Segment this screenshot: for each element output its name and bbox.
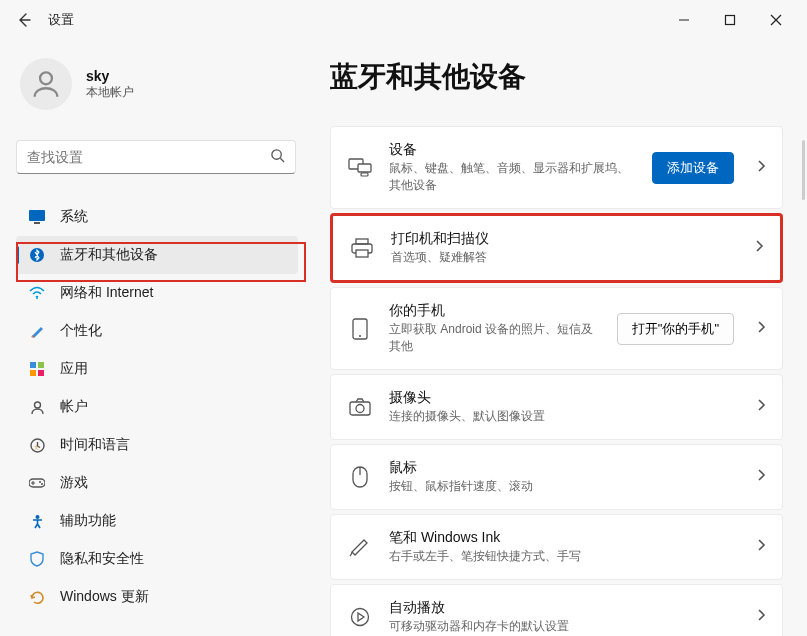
nav-label: 帐户 (60, 398, 88, 416)
chevron-right-icon (756, 398, 766, 416)
card-sub: 首选项、疑难解答 (391, 249, 732, 266)
mouse-icon (347, 464, 373, 490)
sidebar-item-bluetooth[interactable]: 蓝牙和其他设备 (16, 236, 298, 274)
card-sub: 连接的摄像头、默认图像设置 (389, 408, 734, 425)
profile-name: sky (86, 68, 134, 84)
maximize-button[interactable] (707, 4, 753, 36)
nav-label: 网络和 Internet (60, 284, 153, 302)
svg-rect-21 (358, 164, 371, 172)
autoplay-icon (347, 604, 373, 630)
brush-icon (28, 322, 46, 340)
svg-rect-25 (356, 250, 368, 257)
svg-rect-9 (30, 362, 36, 368)
sidebar-item-time[interactable]: 文 时间和语言 (16, 426, 298, 464)
title-bar: 设置 (0, 0, 807, 40)
sidebar-item-accounts[interactable]: 帐户 (16, 388, 298, 426)
scrollbar-thumb[interactable] (802, 140, 805, 200)
nav-label: 时间和语言 (60, 436, 130, 454)
page-title: 蓝牙和其他设备 (330, 58, 783, 96)
card-autoplay[interactable]: 自动播放 可移动驱动器和内存卡的默认设置 (330, 584, 783, 636)
card-title: 自动播放 (389, 599, 734, 617)
add-device-button[interactable]: 添加设备 (652, 152, 734, 184)
nav-label: 系统 (60, 208, 88, 226)
nav-label: 辅助功能 (60, 512, 116, 530)
svg-rect-1 (726, 16, 735, 25)
maximize-icon (724, 14, 736, 26)
svg-rect-23 (356, 239, 368, 244)
sidebar-item-network[interactable]: 网络和 Internet (16, 274, 298, 312)
svg-rect-11 (30, 370, 36, 376)
card-camera[interactable]: 摄像头 连接的摄像头、默认图像设置 (330, 374, 783, 440)
close-icon (770, 14, 782, 26)
card-sub: 可移动驱动器和内存卡的默认设置 (389, 618, 734, 635)
sidebar: sky 本地帐户 系统 蓝牙和其他设备 网络和 Internet (0, 40, 310, 636)
card-sub: 立即获取 Android 设备的照片、短信及其他 (389, 321, 601, 355)
card-title: 笔和 Windows Ink (389, 529, 734, 547)
svg-point-2 (40, 72, 52, 84)
back-arrow-icon (16, 12, 32, 28)
chevron-right-icon (756, 320, 766, 338)
avatar (20, 58, 72, 110)
svg-rect-6 (34, 222, 40, 224)
apps-icon (28, 360, 46, 378)
phone-icon (347, 316, 373, 342)
card-pen[interactable]: 笔和 Windows Ink 右手或左手、笔按钮快捷方式、手写 (330, 514, 783, 580)
svg-point-13 (34, 402, 40, 408)
clock-icon: 文 (28, 436, 46, 454)
chevron-right-icon (756, 159, 766, 177)
nav-list: 系统 蓝牙和其他设备 网络和 Internet 个性化 应用 帐户 (16, 198, 310, 616)
card-phone[interactable]: 你的手机 立即获取 Android 设备的照片、短信及其他 打开"你的手机" (330, 287, 783, 370)
card-title: 你的手机 (389, 302, 601, 320)
svg-text:文: 文 (34, 444, 39, 450)
sidebar-item-system[interactable]: 系统 (16, 198, 298, 236)
card-devices[interactable]: 设备 鼠标、键盘、触笔、音频、显示器和扩展坞、其他设备 添加设备 (330, 126, 783, 209)
open-phone-button[interactable]: 打开"你的手机" (617, 313, 734, 345)
camera-icon (347, 394, 373, 420)
sidebar-item-update[interactable]: Windows 更新 (16, 578, 298, 616)
nav-label: Windows 更新 (60, 588, 149, 606)
svg-point-19 (35, 515, 39, 519)
card-printers[interactable]: 打印机和扫描仪 首选项、疑难解答 (330, 213, 783, 283)
nav-label: 隐私和安全性 (60, 550, 144, 568)
accounts-icon (28, 398, 46, 416)
main-content: 蓝牙和其他设备 设备 鼠标、键盘、触笔、音频、显示器和扩展坞、其他设备 添加设备… (310, 40, 807, 636)
svg-point-18 (41, 483, 43, 485)
svg-point-32 (352, 609, 369, 626)
profile-block[interactable]: sky 本地帐户 (16, 52, 310, 116)
chevron-right-icon (756, 608, 766, 626)
nav-label: 蓝牙和其他设备 (60, 246, 158, 264)
svg-point-3 (272, 149, 281, 158)
card-mouse[interactable]: 鼠标 按钮、鼠标指针速度、滚动 (330, 444, 783, 510)
minimize-icon (678, 14, 690, 26)
card-title: 设备 (389, 141, 636, 159)
printer-icon (349, 235, 375, 261)
sidebar-item-privacy[interactable]: 隐私和安全性 (16, 540, 298, 578)
nav-label: 应用 (60, 360, 88, 378)
card-sub: 鼠标、键盘、触笔、音频、显示器和扩展坞、其他设备 (389, 160, 636, 194)
close-button[interactable] (753, 4, 799, 36)
devices-icon (347, 155, 373, 181)
svg-line-4 (280, 158, 284, 162)
card-sub: 按钮、鼠标指针速度、滚动 (389, 478, 734, 495)
profile-sub: 本地帐户 (86, 84, 134, 101)
minimize-button[interactable] (661, 4, 707, 36)
search-input[interactable] (27, 149, 270, 165)
card-title: 摄像头 (389, 389, 734, 407)
card-title: 鼠标 (389, 459, 734, 477)
sidebar-item-apps[interactable]: 应用 (16, 350, 298, 388)
sidebar-item-gaming[interactable]: 游戏 (16, 464, 298, 502)
app-title: 设置 (48, 11, 74, 29)
accessibility-icon (28, 512, 46, 530)
person-icon (29, 67, 63, 101)
sidebar-item-accessibility[interactable]: 辅助功能 (16, 502, 298, 540)
svg-rect-22 (361, 173, 368, 176)
svg-point-27 (359, 335, 361, 337)
card-title: 打印机和扫描仪 (391, 230, 732, 248)
svg-rect-10 (38, 362, 44, 368)
sidebar-item-personalization[interactable]: 个性化 (16, 312, 298, 350)
svg-point-29 (356, 405, 364, 413)
back-button[interactable] (8, 4, 40, 36)
chevron-right-icon (754, 239, 764, 257)
search-box[interactable] (16, 140, 296, 174)
search-icon (270, 148, 285, 167)
